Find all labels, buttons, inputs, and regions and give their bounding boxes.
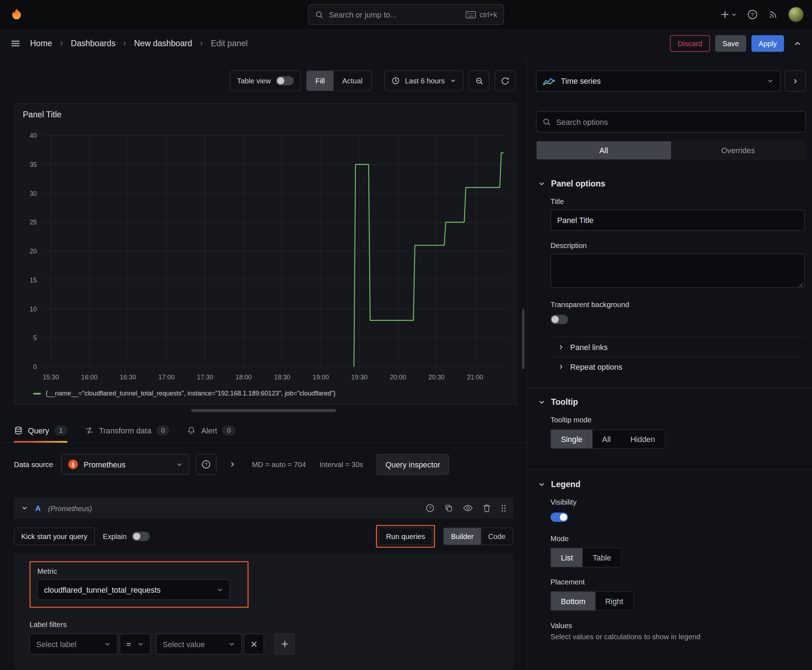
visualization-picker[interactable]: Time series	[536, 71, 780, 91]
breadcrumb-edit-panel: Edit panel	[211, 39, 248, 48]
tab-transform[interactable]: Transform data 0	[85, 418, 170, 442]
code-option[interactable]: Code	[481, 528, 513, 544]
add-filter-button[interactable]	[275, 633, 295, 654]
chevron-down-icon	[538, 399, 545, 406]
builder-option[interactable]: Builder	[444, 528, 481, 544]
tab-query[interactable]: Query 1	[14, 418, 67, 442]
tooltip-hidden-option[interactable]: Hidden	[620, 430, 665, 448]
breadcrumb-dashboards[interactable]: Dashboards	[71, 39, 116, 48]
tooltip-title: Tooltip	[551, 398, 578, 407]
placement-right-option[interactable]: Right	[595, 592, 633, 610]
time-series-chart[interactable]: 051015202530354015:3016:0016:3017:0017:3…	[17, 122, 513, 388]
options-search-input[interactable]	[556, 117, 800, 126]
fill-option[interactable]: Fill	[307, 71, 333, 91]
duplicate-query-button[interactable]	[444, 504, 453, 513]
operator-dropdown[interactable]: =	[120, 633, 151, 654]
expand-options-chevron[interactable]	[229, 461, 236, 468]
panel-options-header[interactable]: Panel options	[536, 169, 806, 196]
tab-alert[interactable]: Alert 0	[187, 418, 236, 442]
options-tabs: All Overrides	[536, 140, 806, 160]
scrollbar-thumb[interactable]	[522, 309, 524, 369]
metric-select[interactable]: cloudflared_tunnel_total_requests	[37, 579, 230, 600]
tab-all-options[interactable]: All	[537, 141, 671, 160]
viz-name: Time series	[561, 76, 600, 86]
mode-list-option[interactable]: List	[551, 548, 583, 567]
chart-canvas: 051015202530354015:3016:0016:3017:0017:3…	[17, 122, 513, 388]
operator-value: =	[126, 640, 131, 648]
chevron-down-icon[interactable]	[21, 505, 28, 511]
help-button[interactable]: ?	[747, 9, 758, 20]
breadcrumb-new-dashboard[interactable]: New dashboard	[134, 39, 192, 48]
values-label: Values	[551, 621, 805, 629]
svg-text:20: 20	[30, 247, 37, 255]
news-button[interactable]	[768, 10, 778, 19]
refresh-button[interactable]	[495, 71, 515, 91]
search-input[interactable]	[329, 10, 460, 19]
transparent-bg-field: Transparent background	[551, 300, 805, 326]
panel-title-input[interactable]	[551, 210, 805, 231]
placement-bottom-option[interactable]: Bottom	[551, 592, 595, 610]
kickstart-button[interactable]: Kick start your query	[14, 528, 95, 545]
query-row-header[interactable]: A (Prometheus) ?	[14, 497, 513, 519]
new-button[interactable]	[720, 10, 737, 19]
chevron-right-icon	[792, 77, 799, 85]
select-value-dropdown[interactable]: Select value	[156, 633, 242, 654]
description-field: Description	[551, 241, 805, 290]
active-tab-underline	[14, 441, 67, 442]
select-label-dropdown[interactable]: Select label	[29, 633, 117, 654]
pane-resize-handle[interactable]	[191, 409, 336, 412]
tooltip-mode-field: Tooltip mode Single All Hidden	[551, 416, 805, 449]
run-queries-button[interactable]: Run queries	[379, 528, 432, 545]
tooltip-header[interactable]: Tooltip	[536, 387, 806, 415]
breadcrumb-home[interactable]: Home	[30, 39, 52, 48]
query-inspector-button[interactable]: Query inspector	[376, 454, 449, 475]
timeseries-icon	[543, 77, 555, 85]
save-button[interactable]: Save	[715, 35, 746, 52]
grafana-logo[interactable]	[8, 6, 25, 22]
legend-series-name[interactable]: {__name__="cloudflared_tunnel_total_requ…	[46, 390, 336, 397]
title-field: Title	[551, 197, 805, 231]
actual-option[interactable]: Actual	[334, 71, 371, 91]
datasource-help-button[interactable]: ?	[196, 454, 217, 475]
query-count-badge: 1	[54, 425, 67, 435]
zoom-out-button[interactable]	[469, 71, 490, 91]
description-input[interactable]	[551, 254, 805, 288]
grip-icon	[501, 504, 506, 512]
time-range-picker[interactable]: Last 6 hours	[384, 71, 463, 91]
label-filter-row: Select label = Select value	[29, 633, 503, 654]
panel-links-collapse[interactable]: Panel links	[551, 337, 805, 357]
mode-table-option[interactable]: Table	[583, 548, 621, 567]
remove-filter-button[interactable]	[244, 633, 264, 654]
svg-text:40: 40	[30, 132, 37, 139]
avatar[interactable]	[788, 7, 804, 22]
explain-toggle[interactable]	[132, 532, 149, 541]
discard-button[interactable]: Discard	[670, 35, 710, 52]
transparent-bg-toggle[interactable]	[551, 315, 568, 324]
options-search[interactable]	[536, 111, 806, 132]
collapse-options-button[interactable]	[785, 71, 805, 91]
global-search[interactable]: ctrl+k	[308, 4, 504, 25]
panel-preview: Panel Title 051015202530354015:3016:0016…	[14, 103, 516, 405]
tooltip-single-option[interactable]: Single	[551, 430, 592, 448]
datasource-picker[interactable]: Prometheus	[61, 454, 190, 475]
tooltip-all-option[interactable]: All	[592, 430, 620, 448]
grafana-edit-panel-page: ctrl+k ?	[0, 0, 812, 670]
collapse-header-button[interactable]	[793, 39, 802, 47]
menu-button[interactable]	[10, 38, 21, 49]
query-ref-label[interactable]: A	[35, 504, 41, 513]
svg-text:20:30: 20:30	[429, 373, 445, 381]
hide-query-button[interactable]	[463, 504, 473, 512]
apply-button[interactable]: Apply	[751, 35, 784, 52]
delete-query-button[interactable]	[483, 504, 491, 513]
table-view-toggle[interactable]	[276, 76, 293, 86]
values-hint: Select values or calculations to show in…	[551, 633, 805, 641]
label-filters-label: Label filters	[29, 620, 503, 628]
repeat-options-collapse[interactable]: Repeat options	[551, 357, 805, 377]
repeat-options-label: Repeat options	[570, 362, 622, 372]
legend-header[interactable]: Legend	[536, 470, 806, 497]
chevron-down-icon	[176, 461, 183, 468]
query-help-button[interactable]: ?	[425, 504, 435, 513]
drag-query-handle[interactable]	[501, 504, 506, 512]
tab-overrides[interactable]: Overrides	[671, 141, 805, 160]
legend-visibility-toggle[interactable]	[551, 513, 568, 522]
